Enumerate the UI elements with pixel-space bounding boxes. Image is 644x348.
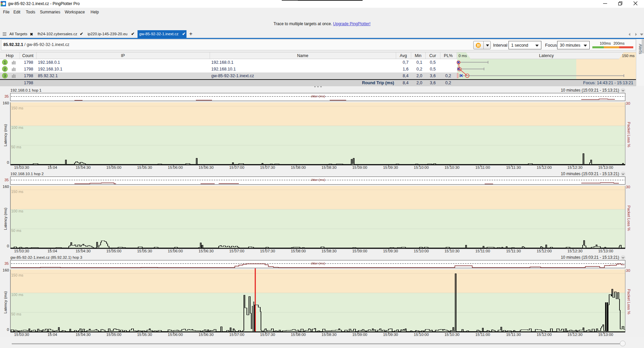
svg-text:150 ms: 150 ms	[11, 190, 24, 194]
svg-text:15:09:30: 15:09:30	[383, 165, 398, 169]
svg-text:15:09:30: 15:09:30	[383, 249, 398, 253]
svg-text:15:10:00: 15:10:00	[414, 165, 429, 169]
svg-text:15:03:30: 15:03:30	[14, 333, 29, 337]
svg-text:15:08:30: 15:08:30	[322, 333, 337, 337]
svg-text:30: 30	[626, 185, 630, 189]
svg-text:15:05:30: 15:05:30	[137, 333, 152, 337]
svg-text:35: 35	[4, 178, 9, 182]
svg-text:15:12:00: 15:12:00	[537, 249, 552, 253]
svg-text:Latency: Latency	[539, 53, 554, 58]
svg-text:15:08:00: 15:08:00	[291, 165, 306, 169]
svg-text:15:13:00: 15:13:00	[598, 333, 613, 337]
svg-text:15:08:00: 15:08:00	[291, 333, 306, 337]
svg-text:100 ms: 100 ms	[11, 126, 24, 130]
svg-text:Packet Loss %: Packet Loss %	[627, 289, 631, 314]
svg-text:50 ms: 50 ms	[11, 312, 21, 316]
svg-text:192.168.10.1 hop 2: 192.168.10.1 hop 2	[10, 172, 44, 176]
svg-text:15:08:30: 15:08:30	[322, 165, 337, 169]
svg-text:15:04: 15:04	[48, 333, 57, 337]
svg-text:15:07:00: 15:07:00	[229, 165, 245, 169]
svg-text:gw-85-92-32-1.inext.cz (85.92.: gw-85-92-32-1.inext.cz (85.92.32.1) hop …	[10, 255, 82, 259]
svg-text:15:10:30: 15:10:30	[444, 249, 460, 253]
svg-text:30: 30	[626, 101, 630, 105]
svg-text:0: 0	[7, 244, 9, 248]
svg-text:15:05:30: 15:05:30	[137, 249, 152, 253]
svg-text:30: 30	[626, 268, 630, 272]
svg-text:100 ms: 100 ms	[11, 209, 24, 213]
svg-text:15:05:00: 15:05:00	[106, 249, 121, 253]
svg-text:15:06:00: 15:06:00	[168, 333, 183, 337]
svg-text:Jitter (ms): Jitter (ms)	[311, 261, 325, 265]
svg-text:15:06:30: 15:06:30	[199, 165, 214, 169]
svg-text:15:06:00: 15:06:00	[168, 249, 183, 253]
svg-text:15:11:00: 15:11:00	[475, 333, 490, 337]
svg-text:15:09:00: 15:09:00	[352, 249, 367, 253]
svg-text:10 minutes (15:03:21 - 15:13:2: 10 minutes (15:03:21 - 15:13:21)	[561, 171, 619, 176]
svg-text:15:04:30: 15:04:30	[75, 249, 91, 253]
svg-text:Packet Loss %: Packet Loss %	[627, 205, 631, 231]
svg-text:15:07:00: 15:07:00	[229, 249, 245, 253]
svg-text:15:09:00: 15:09:00	[352, 165, 367, 169]
svg-text:15:13:00: 15:13:00	[598, 165, 613, 169]
svg-text:15:11:30: 15:11:30	[506, 165, 521, 169]
svg-text:15:12:30: 15:12:30	[568, 165, 583, 169]
svg-text:10 minutes (15:03:21 - 15:13:2: 10 minutes (15:03:21 - 15:13:21)	[561, 255, 619, 260]
svg-text:15:07:00: 15:07:00	[229, 333, 245, 337]
svg-text:35: 35	[4, 261, 9, 265]
svg-text:15:10:30: 15:10:30	[444, 333, 460, 337]
svg-text:15:06:30: 15:06:30	[199, 333, 214, 337]
svg-text:15:04:30: 15:04:30	[75, 333, 91, 337]
svg-text:15:04: 15:04	[48, 249, 57, 253]
svg-text:160: 160	[3, 101, 9, 105]
svg-text:Jitter (ms): Jitter (ms)	[311, 94, 325, 98]
svg-text:15:09:30: 15:09:30	[383, 333, 398, 337]
svg-text:50 ms: 50 ms	[11, 229, 21, 233]
svg-text:50 ms: 50 ms	[11, 145, 21, 149]
svg-text:15:05:00: 15:05:00	[106, 165, 121, 169]
svg-text:15:08:00: 15:08:00	[291, 249, 306, 253]
svg-text:15:10:30: 15:10:30	[444, 165, 460, 169]
svg-text:15:11:30: 15:11:30	[506, 249, 521, 253]
svg-text:150 ms: 150 ms	[622, 54, 635, 58]
svg-text:15:11:30: 15:11:30	[506, 333, 521, 337]
svg-text:15:06:30: 15:06:30	[199, 249, 214, 253]
svg-text:15:10:00: 15:10:00	[414, 249, 429, 253]
svg-text:35: 35	[4, 94, 9, 98]
svg-text:15:06:00: 15:06:00	[168, 165, 183, 169]
svg-text:100 ms: 100 ms	[11, 293, 24, 297]
svg-text:150 ms: 150 ms	[11, 273, 24, 277]
svg-text:15:11:00: 15:11:00	[475, 249, 490, 253]
svg-text:15:04:30: 15:04:30	[75, 165, 91, 169]
svg-text:0: 0	[7, 328, 9, 332]
svg-text:Packet Loss %: Packet Loss %	[627, 122, 631, 147]
svg-text:15:09:00: 15:09:00	[352, 333, 367, 337]
svg-text:15:07:30: 15:07:30	[260, 165, 275, 169]
svg-text:15:10:00: 15:10:00	[414, 333, 429, 337]
svg-text:10 minutes (15:03:21 - 15:13:2: 10 minutes (15:03:21 - 15:13:21)	[561, 88, 619, 93]
svg-text:15:13:00: 15:13:00	[598, 249, 613, 253]
svg-text:15:12:00: 15:12:00	[537, 333, 552, 337]
svg-text:Alerts: Alerts	[638, 44, 643, 54]
svg-text:0: 0	[7, 160, 9, 164]
svg-text:15:12:30: 15:12:30	[568, 249, 583, 253]
svg-text:192.168.0.1 hop 1: 192.168.0.1 hop 1	[10, 88, 42, 92]
svg-text:160: 160	[3, 268, 9, 272]
svg-text:150 ms: 150 ms	[11, 106, 24, 110]
svg-text:Jitter (ms): Jitter (ms)	[311, 178, 325, 182]
svg-text:15:05:30: 15:05:30	[137, 165, 152, 169]
svg-text:Latency (ms): Latency (ms)	[3, 291, 7, 314]
svg-text:15:04: 15:04	[48, 165, 57, 169]
svg-text:15:07:30: 15:07:30	[260, 249, 275, 253]
svg-text:15:08:30: 15:08:30	[322, 249, 337, 253]
svg-text:160: 160	[3, 185, 9, 189]
svg-text:15:03:30: 15:03:30	[14, 165, 29, 169]
svg-text:15:12:30: 15:12:30	[568, 333, 583, 337]
svg-text:15:11:00: 15:11:00	[475, 165, 490, 169]
svg-text:0 ms: 0 ms	[459, 54, 467, 58]
svg-text:15:03:30: 15:03:30	[14, 249, 29, 253]
svg-text:Latency (ms): Latency (ms)	[3, 208, 7, 230]
svg-text:15:07:30: 15:07:30	[260, 333, 275, 337]
svg-text:15:05:00: 15:05:00	[106, 333, 121, 337]
svg-text:Latency (ms): Latency (ms)	[3, 124, 7, 147]
svg-text:15:12:00: 15:12:00	[537, 165, 552, 169]
